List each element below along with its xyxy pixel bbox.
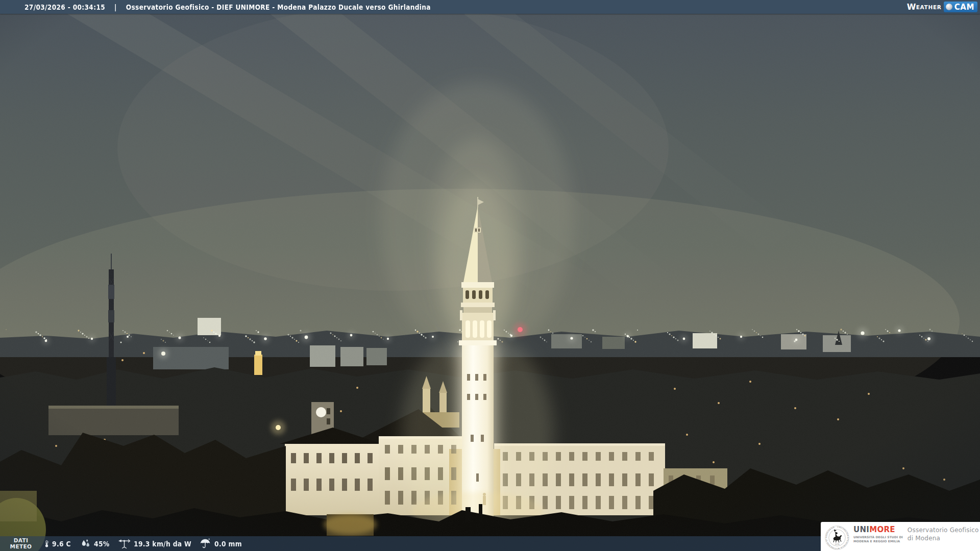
rain-value: 0.0 mm xyxy=(214,536,244,551)
university-line1: UNIVERSITÀ DEGLI STUDI DI xyxy=(853,535,903,539)
humidity-value: 45% xyxy=(94,536,111,551)
wind-vane-icon xyxy=(117,536,131,551)
umbrella-icon xyxy=(199,536,211,551)
unimore-seal-icon: UNIVERSITAS STUDIORUM MUTINENSIS ET REGG… xyxy=(824,524,850,551)
webcam-scene xyxy=(0,0,980,551)
unimore-wordmark: UNIMORE UNIVERSITÀ DEGLI STUDI DI MODENA… xyxy=(853,526,903,543)
camera-title: Osservatorio Geofisico - DIEF UNIMORE - … xyxy=(126,3,431,11)
unimore-credit-box: UNIVERSITAS STUDIORUM MUTINENSIS ET REGG… xyxy=(821,522,980,551)
top-overlay-bar: 27/03/2026 - 00:34:15 | Osservatorio Geo… xyxy=(0,0,980,14)
vignette xyxy=(0,0,980,551)
weathercam-word-rest: EATHER xyxy=(916,4,942,10)
webcam-screenshot: 27/03/2026 - 00:34:15 | Osservatorio Geo… xyxy=(0,0,980,551)
brand-uni: UNI xyxy=(853,525,869,534)
timestamp: 27/03/2026 - 00:34:15 xyxy=(24,3,105,11)
temperature-value: 9.6 C xyxy=(52,536,72,551)
university-line2: MODENA E REGGIO EMILIA xyxy=(853,539,903,543)
seal-year: 1175 xyxy=(835,543,840,545)
wind-value: 19.3 km/h da W xyxy=(134,536,197,551)
observatory-name: Osservatorio Geofisico di Modena xyxy=(908,526,979,542)
weathercam-word-initial: W xyxy=(907,2,916,12)
brand-more: MORE xyxy=(869,525,895,534)
humidity-icon xyxy=(80,536,91,551)
weathercam-cam-label: CAM xyxy=(954,3,974,12)
thermometer-icon xyxy=(43,536,51,551)
globe-icon xyxy=(946,4,952,10)
separator: | xyxy=(114,3,117,11)
weathercam-cam-badge: CAM xyxy=(944,2,977,12)
dati-meteo-label: DATI METEO xyxy=(6,536,36,551)
weathercam-logo: W EATHER CAM xyxy=(907,1,977,13)
